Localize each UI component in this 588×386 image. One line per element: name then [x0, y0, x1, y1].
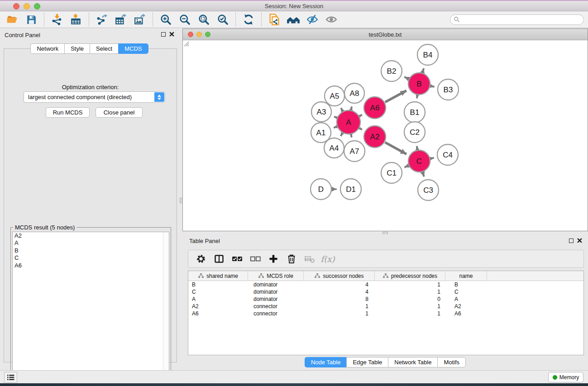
node-D[interactable]: D — [311, 179, 331, 200]
edge-A-A3[interactable] — [334, 117, 337, 118]
zoom-in-button[interactable] — [156, 12, 175, 27]
node-A4[interactable]: A4 — [324, 138, 344, 158]
node-A5[interactable]: A5 — [325, 86, 344, 106]
zoom-fit-button[interactable] — [194, 12, 213, 27]
node-C[interactable]: C — [408, 150, 430, 172]
network-window-titlebar[interactable]: testGlobe.txt — [183, 29, 588, 40]
tab-node-table[interactable]: Node Table — [305, 357, 347, 367]
list-scrollbar[interactable] — [163, 232, 169, 379]
node-A3[interactable]: A3 — [311, 102, 331, 122]
refresh-button[interactable] — [239, 12, 258, 27]
tab-mcds[interactable]: MCDS — [118, 43, 148, 54]
close-panel-icon[interactable] — [577, 238, 582, 243]
table-settings-button[interactable] — [193, 252, 209, 266]
network-canvas[interactable]: B4B2BB3B1A6A8A5A3AA1A4A7A2C2C4CC1C3DD1 — [183, 40, 588, 231]
node-B[interactable]: B — [408, 73, 430, 95]
edge-A-A4[interactable] — [341, 133, 343, 136]
node-A6[interactable]: A6 — [364, 97, 386, 119]
run-mcds-button[interactable]: Run MCDS — [46, 107, 90, 118]
node-B3[interactable]: B3 — [438, 79, 459, 100]
edge-A-A5[interactable] — [341, 108, 343, 111]
column-header-MCDS-role[interactable]: MCDS role — [248, 271, 304, 281]
function-builder-button[interactable]: f(x) — [320, 252, 336, 266]
column-header-predecessor-nodes[interactable]: predecessor nodes — [375, 271, 445, 281]
node-B4[interactable]: B4 — [417, 44, 438, 65]
node-A2[interactable]: A2 — [364, 126, 386, 148]
create-column-button[interactable] — [265, 252, 282, 266]
edge-B-B3[interactable] — [430, 86, 434, 87]
edge-A2-C[interactable] — [385, 143, 406, 154]
split-view-button[interactable] — [211, 252, 227, 266]
edge-B-B1[interactable] — [417, 95, 417, 99]
hide-details-button[interactable] — [303, 12, 322, 27]
tab-edge-table[interactable]: Edge Table — [346, 357, 388, 367]
tab-motifs[interactable]: Motifs — [437, 357, 466, 367]
mcds-result-item[interactable]: A — [13, 239, 169, 247]
export-network-button[interactable] — [92, 12, 111, 27]
search-input[interactable] — [450, 14, 584, 25]
edge-A-A2[interactable] — [360, 129, 362, 130]
zoom-out-button[interactable] — [175, 12, 194, 27]
edge-A-A6[interactable] — [360, 114, 362, 116]
float-panel-icon[interactable] — [161, 32, 166, 37]
delete-column-button[interactable] — [283, 252, 300, 266]
import-table-button[interactable] — [67, 12, 86, 27]
edge-C-C1[interactable] — [405, 166, 409, 167]
window-resize-grip[interactable] — [183, 40, 189, 47]
column-header-successor-nodes[interactable]: successor nodes — [304, 271, 375, 281]
table-row[interactable]: A6connector11A6 — [188, 310, 583, 317]
mcds-result-item[interactable]: C — [13, 254, 169, 262]
select-all-columns-button[interactable] — [229, 252, 245, 266]
task-history-button[interactable] — [4, 372, 17, 383]
delete-table-button[interactable] — [301, 252, 318, 266]
edge-A-A8[interactable] — [351, 106, 352, 110]
deselect-all-columns-button[interactable] — [247, 252, 263, 266]
export-table-button[interactable] — [111, 12, 130, 27]
edge-B-B4[interactable] — [422, 68, 424, 72]
node-label: B4 — [423, 51, 433, 59]
home-button[interactable] — [284, 12, 303, 27]
tab-network-table[interactable]: Network Table — [388, 357, 437, 367]
open-session-button[interactable] — [3, 12, 22, 27]
optimization-criterion-dropdown[interactable]: largest connected component (directed) — [24, 91, 165, 103]
node-B1[interactable]: B1 — [404, 102, 425, 123]
edge-C-C3[interactable] — [423, 172, 424, 177]
table-row[interactable]: Bdominator41B — [188, 281, 583, 288]
new-network-from-selection-button[interactable] — [265, 12, 284, 27]
node-A7[interactable]: A7 — [344, 141, 365, 162]
node-C4[interactable]: C4 — [437, 144, 458, 165]
tab-network[interactable]: Network — [30, 43, 64, 54]
edge-A-A7[interactable] — [351, 134, 352, 137]
edge-C-C4[interactable] — [430, 158, 434, 159]
mcds-result-item[interactable]: A2 — [13, 232, 169, 239]
table-row[interactable]: Adominator80A — [188, 295, 583, 303]
column-header-shared-name[interactable]: shared name — [188, 271, 248, 281]
edge-C-C2[interactable] — [417, 146, 417, 150]
zoom-selected-button[interactable] — [213, 12, 232, 27]
edge-A-A1[interactable] — [334, 127, 337, 128]
column-header-name[interactable]: name — [445, 271, 487, 281]
close-panel-icon[interactable] — [169, 32, 174, 37]
save-session-button[interactable] — [22, 12, 41, 27]
node-C3[interactable]: C3 — [418, 180, 439, 200]
node-A[interactable]: A — [337, 110, 360, 134]
node-C1[interactable]: C1 — [381, 162, 402, 183]
import-network-button[interactable] — [48, 12, 67, 27]
float-panel-icon[interactable] — [569, 238, 574, 243]
node-A8[interactable]: A8 — [344, 83, 364, 103]
tab-select[interactable]: Select — [90, 43, 118, 54]
close-panel-button[interactable]: Close panel — [96, 107, 143, 118]
mcds-result-item[interactable]: B — [13, 247, 169, 254]
show-details-button[interactable] — [322, 12, 341, 27]
edge-A6-B[interactable] — [385, 91, 406, 102]
edge-B-B2[interactable] — [404, 77, 408, 79]
tab-style[interactable]: Style — [64, 43, 90, 54]
table-row[interactable]: A2connector11A2 — [188, 303, 583, 310]
memory-button[interactable]: Memory — [548, 372, 583, 382]
table-row[interactable]: Cdominator41C — [188, 288, 583, 295]
export-image-button[interactable] — [130, 12, 149, 27]
node-B2[interactable]: B2 — [381, 61, 402, 81]
node-C2[interactable]: C2 — [404, 122, 425, 143]
node-D1[interactable]: D1 — [340, 179, 361, 200]
mcds-result-item[interactable]: A6 — [13, 262, 169, 269]
